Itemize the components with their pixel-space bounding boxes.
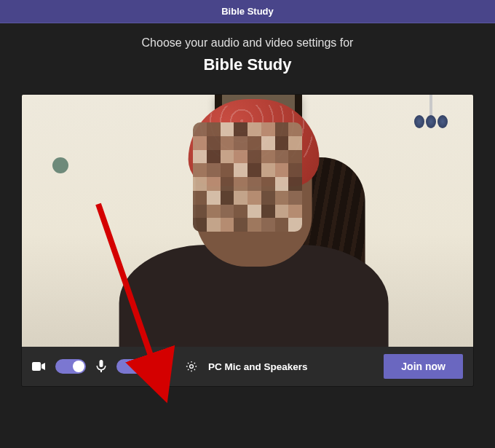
svg-point-9 — [159, 369, 160, 371]
preview-card: PC Mic and Speakers Join now — [22, 95, 473, 386]
camera-toggle[interactable] — [55, 359, 86, 374]
svg-point-7 — [158, 365, 159, 366]
svg-point-6 — [168, 361, 170, 363]
background-blur-icon[interactable] — [157, 360, 170, 373]
svg-point-3 — [159, 361, 160, 363]
window-title: Bible Study — [221, 6, 274, 17]
svg-point-5 — [165, 361, 167, 362]
window-titlebar: Bible Study — [0, 0, 495, 23]
svg-point-2 — [162, 363, 166, 367]
mic-icon — [96, 360, 106, 373]
svg-point-11 — [190, 365, 194, 369]
svg-point-10 — [168, 369, 170, 371]
intro-block: Choose your audio and video settings for… — [0, 36, 495, 74]
intro-text: Choose your audio and video settings for — [0, 36, 495, 50]
meeting-name: Bible Study — [0, 55, 495, 74]
face-blur-overlay — [193, 122, 302, 232]
stage: PC Mic and Speakers Join now — [0, 95, 495, 448]
controls-bar: PC Mic and Speakers Join now — [22, 347, 473, 386]
svg-rect-1 — [100, 360, 103, 367]
join-now-button[interactable]: Join now — [384, 354, 463, 379]
camera-icon — [32, 361, 45, 372]
camera-preview — [22, 95, 473, 347]
mic-toggle[interactable] — [116, 359, 147, 374]
audio-device-label[interactable]: PC Mic and Speakers — [208, 361, 308, 372]
prejoin-window: Bible Study Choose your audio and video … — [0, 0, 495, 448]
svg-point-4 — [161, 361, 162, 362]
svg-point-8 — [168, 365, 170, 366]
gear-icon[interactable] — [185, 360, 198, 373]
svg-rect-0 — [32, 362, 41, 371]
